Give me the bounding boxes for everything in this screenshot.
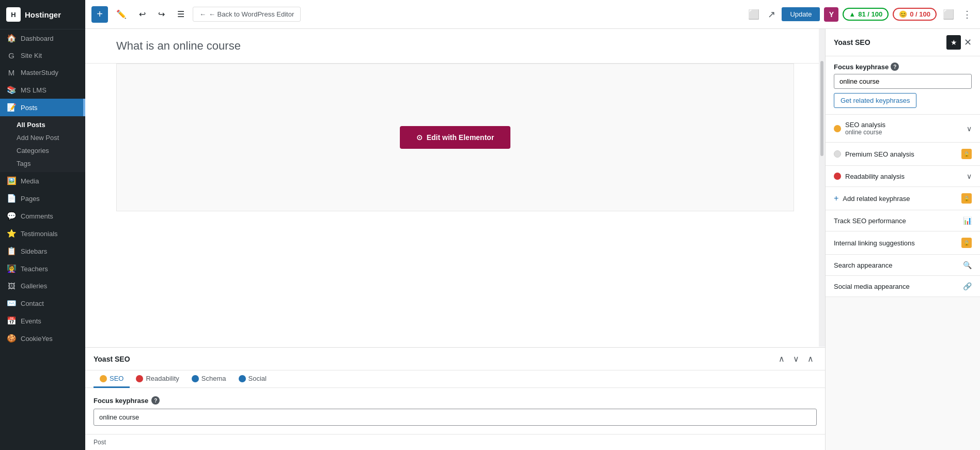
undo-button[interactable]: ↩ [135, 6, 150, 22]
yoast-icon-label: Y [829, 10, 834, 19]
list-view-button[interactable]: ☰ [173, 6, 189, 22]
contact-icon: ✉️ [6, 299, 17, 308]
yoast-kp-help-icon[interactable]: ? [891, 63, 899, 71]
main-scrollbar[interactable] [820, 61, 823, 157]
track-seo-row[interactable]: Track SEO performance 📊 [826, 210, 980, 231]
seo-analysis-dot [834, 125, 841, 132]
seo-tab-label: SEO [110, 375, 123, 382]
track-seo-label: Track SEO performance [834, 217, 906, 225]
panel-collapse-up-button[interactable]: ∧ [775, 353, 788, 365]
readability-tab-label: Readability [146, 375, 179, 382]
back-to-wordpress-button[interactable]: ← ← Back to WordPress Editor [193, 7, 301, 22]
editor-area: What is an online course ⊙ Edit with Ele… [85, 29, 980, 450]
tab-readability[interactable]: Readability [130, 370, 185, 388]
sidebar: H Hostinger 🏠 Dashboard G Site Kit M Mas… [0, 0, 85, 450]
search-appearance-left: Search appearance [834, 261, 892, 269]
update-button[interactable]: Update [782, 7, 820, 21]
edit-mode-button[interactable]: ✏️ [112, 6, 131, 22]
social-media-row[interactable]: Social media appearance 🔗 [826, 276, 980, 297]
redo-button[interactable]: ↪ [154, 6, 169, 22]
internal-linking-row[interactable]: Internal linking suggestions 🔒 [826, 231, 980, 255]
readability-analysis-right: ∨ [967, 172, 972, 180]
more-options-button[interactable]: ⋮ [960, 7, 974, 22]
galleries-icon: 🖼 [6, 282, 17, 290]
tab-schema[interactable]: Schema [185, 370, 232, 388]
sidebar-item-comments[interactable]: 💬 Comments [0, 207, 85, 225]
sidebar-sub-tags[interactable]: Tags [0, 157, 85, 170]
readability-analysis-row[interactable]: Readability analysis ∨ [826, 166, 980, 187]
search-appearance-search-icon: 🔍 [963, 261, 972, 269]
posts-submenu: All Posts Add New Post Categories Tags [0, 116, 85, 172]
focus-keyphrase-help-icon[interactable]: ? [151, 396, 160, 405]
sidebar-item-media[interactable]: 🖼️ Media [0, 172, 85, 190]
sidebar-item-posts[interactable]: 📝 Posts [0, 99, 85, 116]
sidebar-item-contact[interactable]: ✉️ Contact [0, 294, 85, 312]
sidebar-item-mslms[interactable]: 📚 MS LMS [0, 81, 85, 99]
readability-score-badge[interactable]: 😊 0 / 100 [893, 8, 937, 21]
add-block-button[interactable]: + [91, 6, 108, 23]
seo-score-badge[interactable]: ▲ 81 / 100 [843, 8, 889, 21]
sidebar-sub-all-posts[interactable]: All Posts [0, 118, 85, 131]
sidebar-item-testimonials[interactable]: ⭐ Testimonials [0, 225, 85, 242]
sidebar-sub-categories[interactable]: Categories [0, 144, 85, 157]
social-tab-dot [239, 375, 246, 382]
yoast-focus-kp-label: Focus keyphrase ? [834, 63, 972, 71]
sidebar-item-pages[interactable]: 📄 Pages [0, 190, 85, 207]
yoast-star-button[interactable]: ★ [946, 35, 961, 50]
sidebar-item-galleries[interactable]: 🖼 Galleries [0, 277, 85, 294]
seo-analysis-row[interactable]: SEO analysis online course ∨ [826, 115, 980, 143]
focus-keyphrase-label: Focus keyphrase [94, 397, 148, 405]
premium-seo-label: Premium SEO analysis [845, 150, 914, 158]
edit-with-elementor-button[interactable]: ⊙ Edit with Elementor [400, 126, 511, 149]
yoast-focus-keyphrase-input[interactable] [834, 74, 972, 89]
mslms-icon: 📚 [6, 85, 17, 95]
sidebar-sub-add-new[interactable]: Add New Post [0, 131, 85, 144]
seo-tab-dot [100, 375, 107, 382]
tab-social[interactable]: Social [232, 370, 273, 388]
dashboard-icon: 🏠 [6, 34, 17, 43]
sidebar-logo[interactable]: H Hostinger [0, 0, 85, 29]
sidebar-item-label: MasterStudy [21, 69, 58, 76]
get-related-keyphrases-button[interactable]: Get related keyphrases [834, 93, 916, 108]
yoast-right-panel: Yoast SEO ★ ✕ Focus keyphrase ? Get rela… [825, 29, 980, 450]
add-keyphrase-row[interactable]: + Add related keyphrase 🔒 [826, 187, 980, 210]
sidebar-item-sidebars[interactable]: 📋 Sidebars [0, 242, 85, 260]
focus-keyphrase-input[interactable] [94, 409, 817, 426]
editor-canvas: What is an online course ⊙ Edit with Ele… [85, 29, 825, 347]
track-seo-right: 📊 [963, 216, 972, 225]
social-media-label: Social media appearance [834, 283, 910, 290]
tab-seo[interactable]: SEO [94, 370, 130, 388]
social-tab-label: Social [248, 375, 267, 382]
social-media-left: Social media appearance [834, 283, 910, 290]
bottom-panel-body: Focus keyphrase ? [85, 388, 825, 434]
sidebar-item-masterstudy[interactable]: M MasterStudy [0, 64, 85, 81]
sidebar-item-events[interactable]: 📅 Events [0, 312, 85, 330]
elementor-icon: ⊙ [416, 133, 423, 142]
panel-move-button[interactable]: ∧ [804, 353, 817, 365]
page-title-text: What is an online course [116, 39, 241, 52]
social-media-right: 🔗 [963, 282, 972, 290]
preview-button[interactable]: ↗ [766, 7, 777, 22]
sidebar-item-teachers[interactable]: 👩‍🏫 Teachers [0, 260, 85, 277]
yoast-panel-content: Focus keyphrase ? Get related keyphrases… [826, 56, 980, 450]
sidebar-item-label: Events [21, 317, 41, 325]
premium-seo-row[interactable]: Premium SEO analysis 🔒 [826, 143, 980, 166]
yoast-header-actions: ★ ✕ [946, 35, 972, 50]
media-icon: 🖼️ [6, 176, 17, 185]
yoast-close-button[interactable]: ✕ [964, 37, 972, 48]
panel-collapse-down-button[interactable]: ∨ [790, 353, 802, 365]
yoast-focus-keyphrase-section: Focus keyphrase ? Get related keyphrases [826, 56, 980, 115]
view-mode-button[interactable]: ⬜ [746, 7, 761, 22]
add-keyphrase-label: Add related keyphrase [843, 195, 910, 203]
sidebar-item-dashboard[interactable]: 🏠 Dashboard [0, 29, 85, 47]
search-appearance-row[interactable]: Search appearance 🔍 [826, 255, 980, 276]
toggle-sidebar-button[interactable]: ⬜ [941, 7, 956, 22]
top-toolbar: + ✏️ ↩ ↪ ☰ ← ← Back to WordPress Editor … [85, 0, 980, 29]
sidebar-item-label: Pages [21, 195, 40, 203]
sidebar-item-label: Dashboard [21, 35, 54, 42]
readability-tab-dot [136, 375, 143, 382]
track-seo-bars-icon: 📊 [963, 216, 972, 225]
sidebar-item-sitekit[interactable]: G Site Kit [0, 47, 85, 64]
yoast-icon[interactable]: Y [824, 7, 838, 22]
sidebar-item-cookieyes[interactable]: 🍪 CookieYes [0, 330, 85, 347]
